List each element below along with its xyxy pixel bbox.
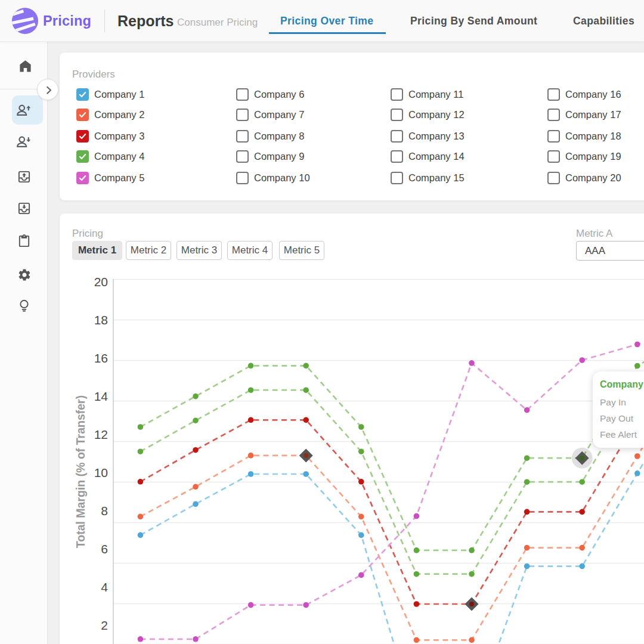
svg-text:2: 2 [101,618,108,632]
svg-text:14: 14 [94,389,109,403]
svg-text:18: 18 [94,313,108,327]
svg-text:10: 10 [94,466,108,479]
svg-text:Total Margin (% of Transfer): Total Margin (% of Transfer) [74,395,87,548]
svg-text:20: 20 [94,275,108,289]
svg-text:16: 16 [94,351,108,365]
svg-text:8: 8 [101,504,108,518]
svg-text:4: 4 [101,580,108,594]
svg-text:12: 12 [94,428,108,441]
svg-text:6: 6 [101,542,108,556]
